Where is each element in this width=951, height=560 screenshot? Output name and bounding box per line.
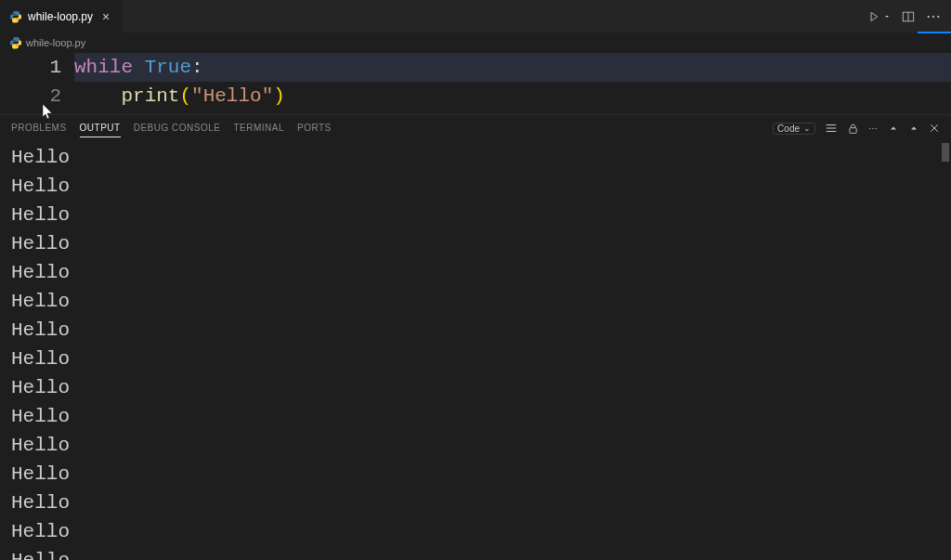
output-line: Hello [11,431,940,460]
output-channel-selector[interactable]: Code ⌄ [773,123,815,135]
code-line-2[interactable]: print("Hello") [74,82,951,111]
output-line: Hello [11,517,940,546]
scrollbar-thumb[interactable] [942,143,949,162]
breadcrumb[interactable]: while-loop.py [0,33,951,53]
filter-icon[interactable] [825,122,838,135]
output-line: Hello [11,488,940,517]
chevron-down-icon: ⌄ [803,124,811,133]
tab-output[interactable]: OUTPUT [80,119,121,137]
output-line: Hello [11,546,940,560]
output-line: Hello [11,316,940,345]
output-line: Hello [11,460,940,488]
tab-filename: while-loop.py [28,10,93,23]
code-content[interactable]: while True: print("Hello") [74,53,951,114]
close-panel-icon[interactable] [929,123,940,134]
output-line: Hello [11,402,940,431]
editor-accent-line [918,32,951,33]
line-number: 1 [0,53,61,82]
output-line: Hello [11,143,940,172]
output-line: Hello [11,172,940,201]
python-icon [9,36,22,49]
tab-debug-console[interactable]: DEBUG CONSOLE [134,119,221,137]
output-content[interactable]: HelloHelloHelloHelloHelloHelloHelloHello… [0,141,951,560]
output-line: Hello [11,373,940,402]
collapse-panel-icon[interactable] [888,123,899,134]
run-dropdown-icon[interactable] [883,13,891,20]
output-line: Hello [11,258,940,287]
tab-problems[interactable]: PROBLEMS [11,119,67,137]
split-editor-icon[interactable] [902,10,915,23]
breadcrumb-filename: while-loop.py [26,37,85,48]
line-gutter: 1 2 [0,53,74,114]
bottom-panel: PROBLEMS OUTPUT DEBUG CONSOLE TERMINAL P… [0,114,951,560]
lock-scroll-icon[interactable] [847,123,859,135]
tab-ports[interactable]: PORTS [297,119,332,137]
tab-terminal[interactable]: TERMINAL [233,119,284,137]
python-icon [9,10,22,23]
code-editor[interactable]: 1 2 while True: print("Hello") [0,53,951,114]
output-line: Hello [11,201,940,229]
output-line: Hello [11,229,940,258]
maximize-panel-icon[interactable] [908,123,919,134]
output-line: Hello [11,345,940,373]
line-number: 2 [0,82,61,111]
more-actions-icon[interactable]: ⋯ [926,7,942,25]
editor-tab-while-loop[interactable]: while-loop.py × [0,0,124,33]
output-line: Hello [11,287,940,316]
code-line-1[interactable]: while True: [74,53,951,82]
more-icon[interactable]: ⋯ [868,124,879,134]
close-tab-icon[interactable]: × [98,9,113,24]
output-channel-label: Code [777,124,800,134]
run-icon[interactable] [868,11,879,22]
svg-rect-2 [850,127,856,133]
